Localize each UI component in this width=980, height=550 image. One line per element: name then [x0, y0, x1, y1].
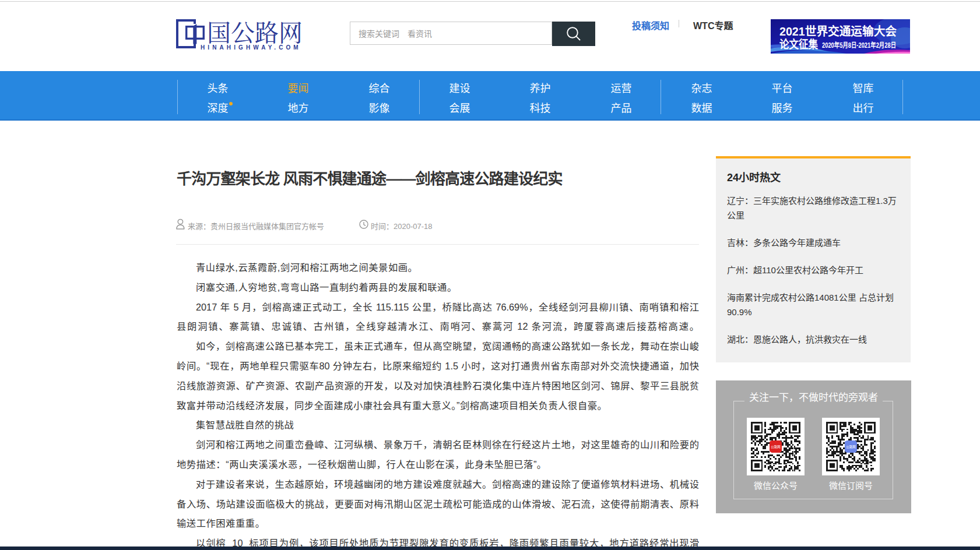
- svg-text:公路网: 公路网: [771, 445, 781, 449]
- svg-text:论文征集: 论文征集: [779, 38, 819, 51]
- svg-text:2021世界交通运输大会: 2021世界交通运输大会: [779, 24, 897, 38]
- svg-text:2020年5月8日-2021年2月28日: 2020年5月8日-2021年2月28日: [822, 41, 896, 50]
- svg-text:公路网: 公路网: [846, 445, 856, 449]
